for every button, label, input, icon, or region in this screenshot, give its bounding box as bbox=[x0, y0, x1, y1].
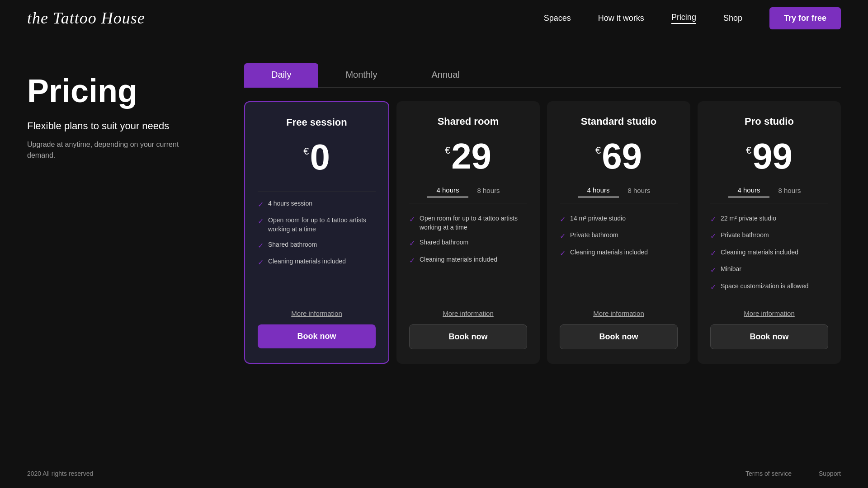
nav-shop[interactable]: Shop bbox=[723, 14, 742, 23]
plan-pro-price-container: € 99 bbox=[710, 138, 828, 174]
plan-free-footer: More information Book now bbox=[258, 310, 376, 348]
page-title: Pricing bbox=[27, 72, 208, 109]
try-for-free-button[interactable]: Try for free bbox=[769, 7, 841, 29]
pricing-intro: Pricing Flexible plans to suit your need… bbox=[27, 63, 208, 161]
plan-pro: Pro studio € 99 4 hours 8 hours ✓ 22 m² … bbox=[698, 101, 841, 364]
feature-text: Private bathroom bbox=[570, 231, 618, 240]
pricing-description: Upgrade at anytime, depending on your cu… bbox=[27, 139, 181, 161]
nav-how-it-works[interactable]: How it works bbox=[598, 14, 644, 23]
plan-standard-hours: 4 hours 8 hours bbox=[560, 183, 678, 203]
list-item: ✓ 4 hours session bbox=[258, 199, 376, 210]
pricing-section: Daily Monthly Annual Free session € 0 ✓ bbox=[244, 63, 841, 364]
tab-annual[interactable]: Annual bbox=[404, 63, 486, 88]
plan-standard-currency: € bbox=[595, 145, 601, 156]
check-icon: ✓ bbox=[258, 241, 264, 251]
plan-shared-features: ✓ Open room for up to 4 tattoo artists w… bbox=[409, 214, 527, 299]
check-icon: ✓ bbox=[409, 239, 415, 249]
tab-daily[interactable]: Daily bbox=[244, 63, 318, 88]
check-icon: ✓ bbox=[409, 256, 415, 266]
nav-pricing[interactable]: Pricing bbox=[671, 13, 696, 24]
hours-8-button[interactable]: 8 hours bbox=[619, 183, 660, 197]
check-icon: ✓ bbox=[710, 265, 716, 275]
plan-free-price: 0 bbox=[310, 139, 330, 175]
plan-free: Free session € 0 ✓ 4 hours session ✓ bbox=[244, 101, 389, 364]
feature-text: 4 hours session bbox=[268, 199, 312, 208]
list-item: ✓ Cleaning materials included bbox=[560, 248, 678, 258]
feature-text: Open room for up to 4 tattoo artists wor… bbox=[420, 214, 527, 232]
plan-shared-title: Shared room bbox=[409, 116, 527, 127]
hours-4-button[interactable]: 4 hours bbox=[427, 183, 468, 197]
plan-standard-book-button[interactable]: Book now bbox=[560, 324, 678, 349]
check-icon: ✓ bbox=[409, 215, 415, 225]
plan-pro-hours: 4 hours 8 hours bbox=[710, 183, 828, 203]
plan-free-features: ✓ 4 hours session ✓ Open room for up to … bbox=[258, 199, 376, 299]
plan-shared-book-button[interactable]: Book now bbox=[409, 324, 527, 349]
support-link[interactable]: Support bbox=[819, 470, 841, 477]
plan-standard-footer: More information Book now bbox=[560, 310, 678, 349]
plan-pro-footer: More information Book now bbox=[710, 310, 828, 349]
plan-standard: Standard studio € 69 4 hours 8 hours ✓ 1… bbox=[547, 101, 690, 364]
plan-shared: Shared room € 29 4 hours 8 hours ✓ Open … bbox=[396, 101, 540, 364]
plan-pro-features: ✓ 22 m² private studio ✓ Private bathroo… bbox=[710, 214, 828, 299]
list-item: ✓ Space customization is allowed bbox=[710, 282, 828, 292]
plan-free-price-container: € 0 bbox=[258, 139, 376, 175]
main-nav: Spaces How it works Pricing Shop Try for… bbox=[544, 7, 841, 29]
check-icon: ✓ bbox=[258, 258, 264, 267]
list-item: ✓ 22 m² private studio bbox=[710, 214, 828, 225]
feature-text: Minibar bbox=[721, 265, 741, 274]
hours-8-button[interactable]: 8 hours bbox=[769, 183, 810, 197]
plan-free-title: Free session bbox=[258, 117, 376, 128]
check-icon: ✓ bbox=[710, 215, 716, 225]
feature-text: Shared bathroom bbox=[420, 238, 468, 247]
plan-free-more-info[interactable]: More information bbox=[258, 310, 376, 317]
feature-text: Cleaning materials included bbox=[570, 248, 648, 257]
plan-free-currency: € bbox=[303, 145, 309, 157]
hours-4-button[interactable]: 4 hours bbox=[728, 183, 769, 197]
plan-shared-hours: 4 hours 8 hours bbox=[409, 183, 527, 203]
list-item: ✓ Open room for up to 4 tattoo artists w… bbox=[409, 214, 527, 232]
pricing-tabs: Daily Monthly Annual bbox=[244, 63, 841, 88]
list-item: ✓ Shared bathroom bbox=[409, 238, 527, 249]
list-item: ✓ Cleaning materials included bbox=[258, 257, 376, 267]
feature-text: Shared bathroom bbox=[268, 240, 317, 249]
plan-pro-more-info[interactable]: More information bbox=[710, 310, 828, 317]
check-icon: ✓ bbox=[560, 231, 566, 241]
plan-free-book-button[interactable]: Book now bbox=[258, 324, 376, 348]
plan-shared-price: 29 bbox=[451, 138, 491, 174]
list-item: ✓ Shared bathroom bbox=[258, 240, 376, 251]
plan-pro-book-button[interactable]: Book now bbox=[710, 324, 828, 349]
hours-4-button[interactable]: 4 hours bbox=[578, 183, 618, 197]
list-item: ✓ 14 m² private studio bbox=[560, 214, 678, 225]
plan-shared-more-info[interactable]: More information bbox=[409, 310, 527, 317]
check-icon: ✓ bbox=[560, 249, 566, 258]
feature-text: Open room for up to 4 tattoo artists wor… bbox=[268, 216, 376, 234]
feature-text: 22 m² private studio bbox=[721, 214, 776, 223]
list-item: ✓ Private bathroom bbox=[560, 231, 678, 241]
terms-link[interactable]: Terms of service bbox=[745, 470, 792, 477]
plan-pro-title: Pro studio bbox=[710, 116, 828, 127]
plan-standard-more-info[interactable]: More information bbox=[560, 310, 678, 317]
feature-text: Space customization is allowed bbox=[721, 282, 809, 291]
check-icon: ✓ bbox=[258, 216, 264, 226]
check-icon: ✓ bbox=[710, 231, 716, 241]
plan-shared-price-container: € 29 bbox=[409, 138, 527, 174]
plan-standard-price: 69 bbox=[602, 138, 642, 174]
feature-text: Cleaning materials included bbox=[420, 255, 497, 264]
list-item: ✓ Cleaning materials included bbox=[409, 255, 527, 266]
plan-standard-title: Standard studio bbox=[560, 116, 678, 127]
main-content: Pricing Flexible plans to suit your need… bbox=[0, 36, 868, 391]
plans-container: Free session € 0 ✓ 4 hours session ✓ bbox=[244, 101, 841, 364]
plan-standard-price-container: € 69 bbox=[560, 138, 678, 174]
feature-text: Cleaning materials included bbox=[268, 257, 346, 266]
logo: the Tattoo House bbox=[27, 9, 145, 28]
footer: 2020 All rights reserved Terms of servic… bbox=[0, 459, 868, 488]
check-icon: ✓ bbox=[710, 282, 716, 292]
copyright: 2020 All rights reserved bbox=[27, 470, 93, 477]
pricing-subtitle: Flexible plans to suit your needs bbox=[27, 120, 208, 132]
nav-spaces[interactable]: Spaces bbox=[544, 14, 571, 23]
check-icon: ✓ bbox=[710, 249, 716, 258]
plan-pro-price: 99 bbox=[752, 138, 793, 174]
tab-monthly[interactable]: Monthly bbox=[318, 63, 404, 88]
check-icon: ✓ bbox=[560, 215, 566, 225]
hours-8-button[interactable]: 8 hours bbox=[468, 183, 509, 197]
